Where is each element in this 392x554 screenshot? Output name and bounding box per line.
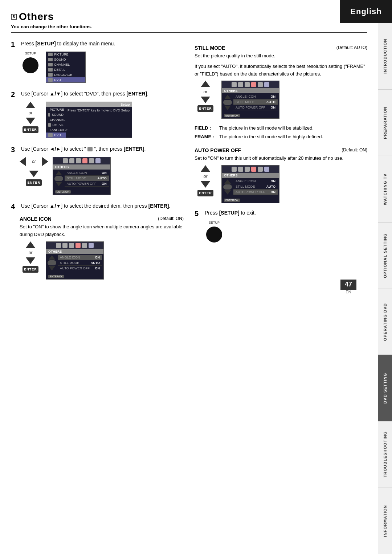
- cursor-down-3[interactable]: [29, 171, 38, 177]
- step-4: 4 Use [Cursor ▲/▼] to select the desired…: [11, 202, 184, 280]
- still-mode-desc2: If you select "AUTO", it automatically s…: [195, 63, 367, 78]
- cursor-down-2[interactable]: [26, 118, 35, 124]
- enter-back-4: ENTER/OK: [48, 275, 64, 278]
- sidebar-tab-information[interactable]: INFORMATION: [378, 488, 392, 554]
- others-header-4: OTHERS: [46, 249, 103, 254]
- s2-language: LANGUAGE: [46, 127, 66, 133]
- step-5-header: 5 Press [SETUP] to exit.: [195, 209, 367, 218]
- main-content: 5 Others You can change the other functi…: [0, 0, 378, 301]
- cursor-left-3[interactable]: [20, 157, 26, 166]
- step-2-text: Use [Cursor ▲/▼] to select "DVD", then p…: [21, 90, 148, 98]
- setup-button-1[interactable]: [23, 57, 38, 73]
- top-icon-2: [69, 158, 74, 163]
- menu-sound: SOUND: [46, 57, 85, 62]
- apo-screenshot: OTHERS ANGLE ICONON STILL MODEAUTO AUTO …: [221, 165, 279, 203]
- step-3-header: 3 Use [Cursor ◄/►] to select " ", then p…: [11, 145, 184, 154]
- s2-picture: PICTURE: [46, 107, 66, 112]
- angle-icon-default: (Default: ON): [158, 216, 184, 221]
- cursor-up-2[interactable]: [26, 102, 35, 108]
- step-2-header: 2 Use [Cursor ▲/▼] to select "DVD", then…: [11, 90, 184, 99]
- enter-button-2[interactable]: ENTER: [23, 126, 38, 133]
- apo-nav-up: [224, 179, 231, 184]
- cursor-right-3[interactable]: [42, 157, 48, 166]
- cursor-up-4[interactable]: [26, 241, 35, 248]
- field-text: The picture in the still mode will be st…: [219, 125, 314, 132]
- two-col-layout: 1 Press [SETUP] to display the main menu…: [11, 40, 367, 287]
- step-5-text: Press [SETUP] to exit.: [205, 209, 256, 217]
- still-mode-screenshot: OTHERS ANGLE ICONON STILL MODEAUTO AUTO …: [221, 81, 279, 119]
- s2-sound-icon: [48, 113, 50, 117]
- top-icon-4-1: [56, 243, 61, 248]
- enter-button-still[interactable]: ENTER: [197, 105, 213, 112]
- lr-buttons-3: or: [20, 157, 48, 166]
- cursor-down-4[interactable]: [26, 257, 35, 264]
- apo-top-1: [232, 167, 237, 172]
- menu-picture: PICTURE: [46, 52, 85, 57]
- step-5-number: 5: [195, 209, 203, 218]
- sidebar-tab-optional-setting[interactable]: OPTIONAL SETTING: [378, 222, 392, 289]
- sound-icon: [48, 58, 53, 61]
- language-icon: [48, 73, 53, 77]
- step-3-text: Use [Cursor ◄/►] to select " ", then pre…: [21, 145, 146, 153]
- page-number: 47: [340, 280, 356, 290]
- step-4-remote: or ENTER: [20, 241, 41, 273]
- angle-icon-label: ANGLE ICON (Default: ON): [20, 216, 184, 222]
- sidebar-tab-dvd-setting[interactable]: DVD SETTING: [378, 355, 392, 421]
- step-1-header: 1 Press [SETUP] to display the main menu…: [11, 40, 184, 49]
- field-label: FIELD :: [195, 125, 216, 132]
- still-mode-body: or ENTER OTHERS: [195, 81, 367, 119]
- apo-top-6: [264, 167, 269, 172]
- or-label-apo: or: [204, 174, 208, 179]
- sidebar-tab-introduction[interactable]: INTRODUCTION: [378, 23, 392, 89]
- sidebar-tab-troubleshooting[interactable]: TROUBLESHOOTING: [378, 421, 392, 488]
- right-column: STILL MODE (Default: AUTO) Set the pictu…: [195, 40, 367, 287]
- step-4-text: Use [Cursor ▲/▼] to select the desired i…: [21, 202, 170, 210]
- step-3-remote: or ENTER: [20, 157, 48, 186]
- section-icon: 5: [11, 14, 17, 20]
- step-1-text: Press [SETUP] to display the main menu.: [21, 40, 115, 48]
- cursor-down-apo[interactable]: [201, 181, 210, 188]
- menu-channel: CHANNEL: [46, 62, 85, 67]
- language-bar: English: [340, 0, 392, 23]
- apo-top-2: [238, 167, 243, 172]
- cursor-up-still[interactable]: [201, 81, 210, 87]
- step-1-remote: SETUP: [20, 52, 41, 73]
- apo-top-5: [258, 167, 263, 172]
- step2-menu-list: PICTURE SOUND CHANNEL DETAIL LANGUAGE DV…: [46, 107, 66, 138]
- apo-angle-row: ANGLE ICONON: [233, 179, 278, 184]
- top-icon-4-3: [69, 243, 74, 248]
- sidebar-tab-preparation[interactable]: PREPARATION: [378, 89, 392, 156]
- angle-icon-desc: Set to "ON" to show the angle icon when …: [20, 223, 184, 239]
- step-2: 2 Use [Cursor ▲/▼] to select "DVD", then…: [11, 90, 184, 138]
- still-top-icons: [222, 81, 279, 88]
- step-5: 5 Press [SETUP] to exit. SETUP: [195, 209, 367, 243]
- setup-button-5[interactable]: [206, 227, 222, 243]
- still-still-row: STILL MODEAUTO: [233, 99, 278, 105]
- enter-button-apo[interactable]: ENTER: [197, 190, 213, 196]
- top-icon-4-6: [89, 243, 94, 248]
- step2-title-bar: Setup: [46, 102, 132, 107]
- field-desc: FIELD : The picture in the still mode wi…: [195, 125, 367, 132]
- still-mode-default: (Default: AUTO): [336, 45, 367, 50]
- sidebar-tab-watching-tv[interactable]: WATCHING TV: [378, 156, 392, 222]
- cursor-up-apo[interactable]: [201, 165, 210, 172]
- language-label: English: [350, 7, 381, 16]
- or-label-still: or: [204, 89, 208, 94]
- step-5-remote: SETUP: [203, 221, 225, 243]
- apo-others-header: OTHERS: [222, 173, 279, 178]
- nav-up-icon-3: [56, 171, 62, 175]
- apo-top-4: [251, 167, 256, 172]
- still-enter-back: ENTER/OK: [224, 114, 240, 117]
- step-2-remote: or ENTER: [20, 102, 41, 133]
- auto-power-off-desc: Set to "ON" to turn this unit off automa…: [195, 155, 367, 162]
- step-1-body: SETUP PICTURE SOUND CHANNEL: [20, 52, 184, 83]
- others-top-icons: [53, 157, 110, 164]
- sidebar-tab-operating-dvd[interactable]: OPERATING DVD: [378, 289, 392, 355]
- still-mode-desc1: Set the picture quality in the still mod…: [195, 52, 367, 60]
- apo-enter-back: ENTER/OK: [224, 199, 240, 202]
- cursor-down-still[interactable]: [201, 97, 210, 103]
- enter-button-4[interactable]: ENTER: [23, 266, 38, 273]
- frame-desc: FRAME : The picture in the still mode wi…: [195, 133, 367, 140]
- page-title: Others: [19, 11, 54, 23]
- enter-button-3[interactable]: ENTER: [26, 179, 42, 186]
